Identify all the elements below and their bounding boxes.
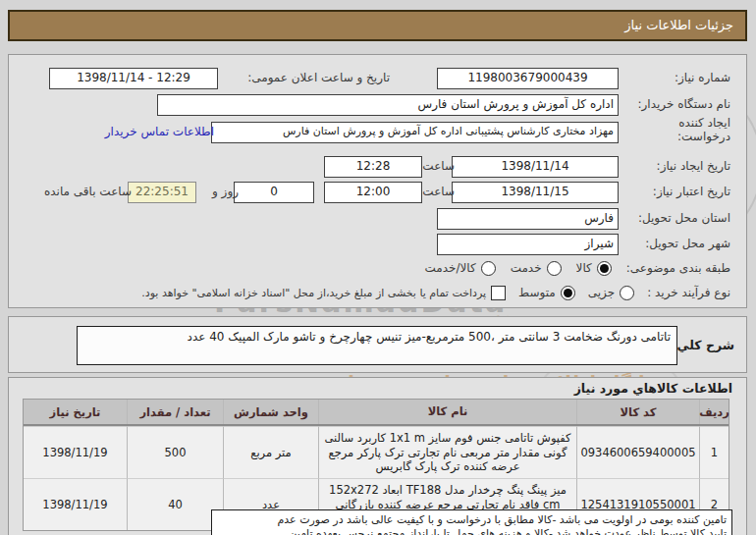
col-header-name: نام کالا: [318, 400, 576, 424]
need-details-page: { "header": { "title": "جزئیات اطلاعات ن…: [0, 0, 756, 535]
note-line-1: تامین کننده بومی در اولویت می باشد -کالا…: [217, 513, 727, 527]
buyer-org-field[interactable]: اداره کل آموزش و پرورش استان فارس: [157, 94, 619, 116]
purchase-process-group: نوع فرآیند خرید : جزیی متوسط پرداخت تمام…: [141, 283, 730, 302]
remaining-hours-countdown: 22:25:51: [128, 182, 196, 203]
radio-icon[interactable]: [620, 286, 634, 300]
delivery-province-label: استان محل تحویل:: [638, 211, 730, 225]
col-header-index: ردیف: [699, 400, 729, 424]
cell-code: 0934600659400005: [576, 426, 699, 478]
expire-time-field[interactable]: 12:00: [324, 182, 422, 203]
need-number-label: شماره نیاز:: [675, 71, 730, 84]
need-number-field[interactable]: 1198003679000439: [437, 68, 619, 89]
subject-classification-group: طبقه بندی موضوعی: کالا خدمت کالا/خدمت: [424, 258, 730, 278]
col-header-code: کد کالا: [576, 400, 699, 424]
radio-option-motevaset[interactable]: متوسط: [518, 286, 575, 300]
cell-name: کفپوش تاتامی جنس فوم سایز 1x1 m کاربرد س…: [318, 426, 576, 478]
announce-datetime-label: تاریخ و ساعت اعلان عمومی:: [247, 71, 390, 84]
radio-label: کالا: [576, 261, 592, 275]
col-header-date: تاریخ نیاز: [24, 400, 127, 424]
request-creator-field[interactable]: مهزاد مختاری کارشناس پشتیبانی اداره کل آ…: [211, 122, 619, 143]
remaining-hours-label: ساعت باقی مانده: [44, 185, 132, 198]
delivery-city-label: شهر محل تحویل:: [645, 237, 730, 250]
radio-icon[interactable]: [597, 261, 612, 276]
need-info-form: شماره نیاز: 1198003679000439 تاریخ و ساع…: [8, 54, 747, 308]
cell-unit: متر مربع: [223, 426, 318, 478]
required-goods-title: اطلاعات کالاهاي مورد نیاز: [574, 381, 732, 396]
cell-date: 1398/11/19: [24, 478, 127, 530]
create-date-label: تاریخ ایجاد نیاز:: [657, 159, 730, 173]
goods-table-header: ردیف کد کالا نام کالا واحد شمارش تعداد /…: [24, 400, 729, 426]
radio-icon[interactable]: [481, 261, 496, 276]
radio-label: جزیی: [588, 286, 615, 299]
need-description-field[interactable]: تاتامی دورنگ ضخامت 3 سانتی متر ،500 مترم…: [77, 326, 677, 365]
announce-datetime-field[interactable]: 1398/11/14 - 12:29: [49, 68, 218, 89]
radio-option-khadamat[interactable]: خدمت: [511, 261, 562, 276]
note-line-2: تایید کالا توسط ناظر عودت خواهد شد -کالا…: [217, 527, 727, 535]
expire-time-label: ساعت: [422, 185, 455, 198]
supplier-conditions-note: تامین کننده بومی در اولویت می باشد -کالا…: [211, 509, 732, 535]
radio-option-kala[interactable]: کالا: [576, 261, 612, 276]
buyer-org-label: نام دستگاه خریدار:: [638, 97, 731, 111]
create-time-field[interactable]: 12:28: [324, 156, 422, 178]
checkbox-label: پرداخت تمام یا بخشی از مبلغ خرید،از محل …: [141, 287, 486, 299]
goods-table-row: 1 0934600659400005 کفپوش تاتامی جنس فوم …: [24, 426, 729, 478]
create-time-label: ساعت: [422, 159, 455, 173]
cell-date: 1398/11/19: [24, 426, 127, 478]
need-description-section: شرح کلي نیاز: تاتامی دورنگ ضخامت 3 سانتی…: [8, 316, 747, 373]
radio-option-kala-khadamat[interactable]: کالا/خدمت: [424, 261, 495, 276]
radio-label: کالا/خدمت: [424, 261, 475, 275]
purchase-process-label: نوع فرآیند خرید :: [647, 286, 730, 299]
radio-icon[interactable]: [561, 286, 575, 300]
buyer-contact-link[interactable]: اطلاعات تماس خریدار: [105, 125, 214, 138]
col-header-qty: تعداد / مقدار: [127, 400, 223, 424]
page-title-bar: جزئیات اطلاعات نیاز: [8, 10, 747, 41]
page-title: جزئیات اطلاعات نیاز: [624, 18, 733, 32]
treasury-docs-checkbox-option[interactable]: پرداخت تمام یا بخشی از مبلغ خرید،از محل …: [141, 286, 506, 300]
cell-qty: 500: [127, 426, 223, 478]
radio-label: متوسط: [518, 286, 556, 299]
delivery-province-field[interactable]: فارس: [437, 208, 619, 230]
radio-icon[interactable]: [547, 261, 562, 276]
cell-qty: 40: [127, 478, 223, 530]
days-and-label: روز و: [212, 185, 239, 198]
delivery-city-field[interactable]: شیراز: [437, 234, 619, 255]
cell-index: 1: [699, 426, 729, 478]
request-creator-label: ایجاد کننده درخواست:: [640, 116, 730, 143]
create-date-field[interactable]: 1398/11/14: [452, 156, 619, 178]
subject-classification-label: طبقه بندی موضوعی:: [626, 261, 730, 275]
remaining-days-field[interactable]: 0: [234, 182, 314, 203]
expire-date-label: تاریخ اعتبار نیاز:: [653, 185, 730, 198]
col-header-unit: واحد شمارش: [223, 400, 318, 424]
radio-option-jozii[interactable]: جزیی: [588, 286, 634, 300]
radio-label: خدمت: [511, 261, 542, 275]
checkbox-icon[interactable]: [491, 286, 506, 300]
expire-date-field[interactable]: 1398/11/15: [452, 182, 619, 203]
